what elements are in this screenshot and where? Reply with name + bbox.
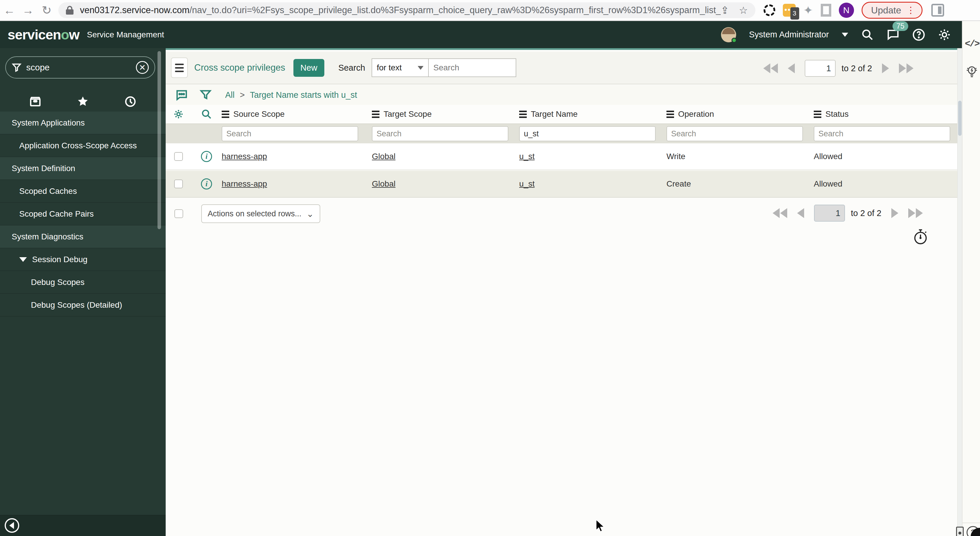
history-tab-icon[interactable] [124,96,137,108]
breadcrumb-all-link[interactable]: All [225,90,234,100]
column-menu-icon[interactable] [814,111,821,118]
address-bar[interactable]: ven03172.service-now.com/nav_to.do?uri=%… [58,2,756,18]
table-row: i harness-app Global u_st Create Allowed [165,171,957,198]
next-page-icon[interactable] [891,208,898,218]
actions-on-selected-rows-select[interactable]: Actions on selected rows...⌄ [201,204,320,223]
row-checkbox[interactable] [174,180,183,188]
last-page-icon[interactable] [899,63,913,73]
last-page-icon[interactable] [908,208,923,218]
column-header-target-scope[interactable]: Target Scope [372,110,519,119]
back-icon[interactable]: ← [0,4,19,17]
column-menu-icon[interactable] [667,111,674,118]
sidebar-item-debug-scopes-detailed[interactable]: Debug Scopes (Detailed) [0,294,165,316]
sidebar-item-scoped-caches[interactable]: Scoped Caches [0,180,165,203]
user-avatar[interactable] [721,27,736,42]
column-menu-icon[interactable] [372,111,379,118]
page-number-input[interactable] [805,60,835,77]
column-header-source-scope[interactable]: Source Scope [222,110,372,119]
record-info-icon[interactable]: i [201,179,212,190]
extensions-puzzle-icon[interactable]: ✦ [803,3,813,17]
browser-menu-icon[interactable]: ⋮ [907,8,915,12]
sidebar-section-system-definition[interactable]: System Definition [0,157,165,180]
personalize-list-gear-icon[interactable] [173,108,184,120]
sidebar-section-system-diagnostics[interactable]: System Diagnostics [0,225,165,248]
global-search-icon[interactable] [861,28,874,41]
filter-target-scope-input[interactable] [372,126,508,141]
list-title[interactable]: Cross scope privileges [194,62,285,73]
cell-target-name[interactable]: u_st [519,179,667,188]
response-time-icon[interactable] [913,228,928,245]
notes-extension-icon[interactable]: •••3 [783,4,795,17]
chrome-update-button[interactable]: Update ⋮ [862,2,923,19]
next-page-icon[interactable] [882,63,889,73]
favorites-tab-icon[interactable] [77,96,89,108]
column-menu-icon[interactable] [222,111,229,118]
column-header-status[interactable]: Status [814,110,957,119]
column-menu-icon[interactable] [519,111,527,118]
dock-toggle-icon[interactable] [956,526,964,536]
column-search-icon[interactable] [201,108,212,120]
column-header-operation[interactable]: Operation [667,110,814,119]
sidebar-item-application-cross-scope-access[interactable]: Application Cross-Scope Access [0,134,165,157]
servicenow-logo[interactable]: servicenow [8,27,80,43]
cell-target-name[interactable]: u_st [519,152,667,161]
sidebar-section-system-applications[interactable]: System Applications [0,112,165,134]
loading-extension-icon[interactable] [764,5,775,16]
side-panel-icon[interactable] [931,4,944,17]
all-applications-tab-icon[interactable] [29,96,41,108]
sidebar-item-session-debug[interactable]: Session Debug [0,248,165,271]
xplore-code-icon[interactable]: </> [965,38,979,49]
help-icon[interactable] [912,28,925,41]
row-checkbox[interactable] [174,152,183,161]
row-range-label: to 2 of 2 [842,64,872,73]
cell-source-scope[interactable]: harness-app [222,152,372,161]
main-scrollbar[interactable] [957,48,962,536]
bookmark-star-icon[interactable]: ☆ [739,5,748,16]
record-info-icon[interactable]: i [201,151,212,162]
column-filter-row [165,123,957,144]
select-all-checkbox[interactable] [174,209,183,218]
collapse-navigator-button[interactable] [5,518,19,533]
previous-page-icon[interactable] [797,208,804,218]
new-button[interactable]: New [293,59,325,77]
settings-gear-icon[interactable] [938,28,951,41]
cell-target-scope[interactable]: Global [372,179,519,188]
pagination-top: to 2 of 2 [763,60,913,77]
sidebar-scrollbar[interactable] [158,51,161,229]
page-number-input[interactable] [814,205,845,222]
idea-lightbulb-icon[interactable] [966,65,978,80]
filter-target-name-input[interactable] [519,126,655,141]
filter-status-input[interactable] [814,126,950,141]
filter-source-scope-input[interactable] [222,126,358,141]
navigator-filter[interactable]: ✕ [5,56,155,78]
user-menu-caret-icon[interactable] [842,33,848,37]
list-context-menu-icon[interactable] [171,57,188,78]
previous-page-icon[interactable] [788,63,795,73]
browser-profile-avatar[interactable]: N [839,3,854,18]
filter-operation-input[interactable] [667,126,803,141]
share-icon[interactable]: ⇪ [721,5,729,16]
list-search-input[interactable] [429,58,516,77]
search-type-select[interactable]: for text [372,58,429,77]
filter-funnel-icon [12,62,22,72]
navigator-filter-input[interactable] [26,62,131,72]
filter-icon[interactable] [199,89,212,101]
sidebar-item-debug-scopes[interactable]: Debug Scopes [0,271,165,294]
cell-status: Allowed [814,152,957,161]
conversations-icon[interactable]: 75 [887,28,899,42]
clear-filter-icon[interactable]: ✕ [136,61,149,74]
first-page-icon[interactable] [773,208,787,218]
breadcrumb-filter-link[interactable]: Target Name starts with u_st [250,90,357,100]
list-chat-icon[interactable] [176,89,188,101]
first-page-icon[interactable] [763,63,778,73]
user-menu[interactable]: System Administrator [749,30,829,40]
column-header-row: Source Scope Target Scope Target Name Op… [165,105,957,123]
forward-icon[interactable]: → [19,4,37,17]
cell-target-scope[interactable]: Global [372,152,519,161]
sidebar-item-scoped-cache-pairs[interactable]: Scoped Cache Pairs [0,203,165,225]
cell-source-scope[interactable]: harness-app [222,179,372,188]
column-header-target-name[interactable]: Target Name [519,110,667,119]
row-range-label: to 2 of 2 [851,209,881,218]
reload-icon[interactable]: ↻ [37,3,56,17]
panel-extension-icon[interactable] [821,4,831,17]
